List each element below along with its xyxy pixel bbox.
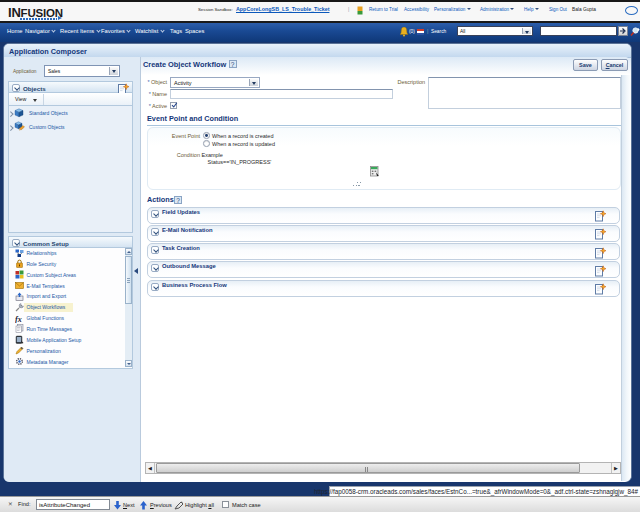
svg-text:fx: fx [15,314,22,323]
